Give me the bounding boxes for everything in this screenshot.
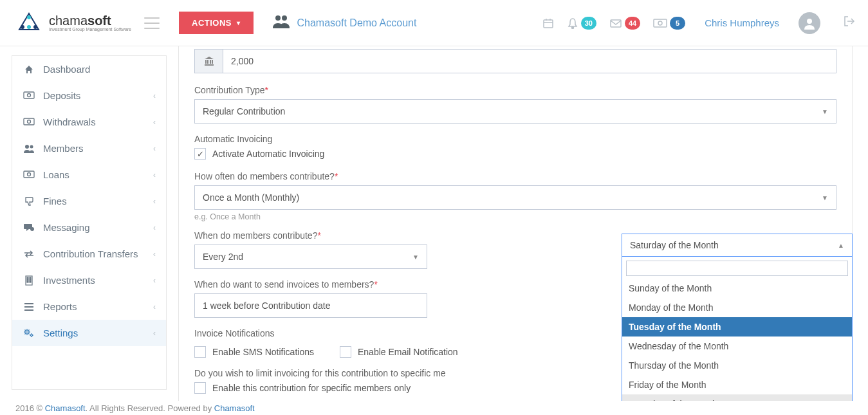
sidebar-item-label: Messaging — [43, 222, 90, 233]
list-icon — [23, 302, 35, 311]
sidebar-item-label: Settings — [43, 327, 78, 338]
sidebar-item-dashboard[interactable]: Dashboard — [12, 56, 166, 82]
username[interactable]: Chris Humphreys — [705, 17, 779, 28]
msg-badge: 44 — [625, 17, 640, 30]
dropdown-option[interactable]: Tuesday of the Month — [622, 317, 852, 337]
dropdown-search-input[interactable] — [626, 261, 848, 276]
auto-invoice-checkbox[interactable]: ✓ — [194, 148, 206, 160]
limit-checkbox[interactable] — [194, 382, 206, 394]
email-notif-checkbox[interactable] — [340, 346, 351, 358]
chevron-left-icon: ‹ — [153, 276, 156, 285]
svg-rect-21 — [24, 171, 34, 178]
home-icon — [23, 64, 35, 75]
svg-rect-25 — [27, 277, 28, 279]
notifications-button[interactable]: 30 — [567, 17, 596, 30]
gears-icon — [23, 328, 35, 338]
footer-powered-link[interactable]: Chamasoft — [214, 403, 255, 413]
footer-brand-link[interactable]: Chamasoft — [45, 403, 86, 413]
chevron-left-icon: ‹ — [153, 171, 156, 180]
menu-toggle[interactable] — [144, 17, 160, 29]
svg-rect-6 — [544, 20, 553, 28]
avatar[interactable] — [799, 12, 820, 34]
actions-button[interactable]: ACTIONS ▾ — [179, 12, 254, 34]
svg-point-34 — [26, 331, 28, 333]
calendar-button[interactable] — [542, 17, 554, 29]
sidebar-item-reports[interactable]: Reports‹ — [12, 293, 166, 320]
svg-rect-26 — [30, 277, 31, 279]
group-name: Chamasoft Demo Account — [297, 17, 417, 29]
dropdown-option[interactable]: Wednesday of the Month — [622, 337, 852, 356]
form-panel: Contribution Type* Regular Contribution … — [178, 46, 853, 401]
dropdown-list[interactable]: Sunday of the MonthMonday of the MonthTu… — [622, 279, 852, 401]
svg-rect-27 — [27, 279, 28, 281]
svg-rect-32 — [24, 306, 33, 308]
sidebar-item-settings[interactable]: Settings‹ — [12, 320, 166, 346]
svg-point-13 — [658, 21, 662, 25]
sidebar-item-deposits[interactable]: Deposits‹ — [12, 82, 166, 109]
chevron-left-icon: ‹ — [153, 144, 156, 153]
sidebar-item-investments[interactable]: Investments‹ — [12, 267, 166, 293]
when-invoice-select[interactable]: 1 week before Contribution date — [194, 293, 427, 318]
svg-rect-17 — [24, 118, 34, 125]
thumbs-down-icon — [23, 196, 35, 207]
when-contribute-day-select[interactable]: Saturday of the Month ▲ — [622, 234, 853, 257]
dropdown-option[interactable]: Sunday of the Month — [622, 279, 852, 298]
svg-point-3 — [27, 25, 31, 29]
svg-rect-15 — [24, 92, 34, 98]
envelope-icon — [609, 17, 622, 29]
dropdown-option[interactable]: Saturday of the Month — [622, 394, 852, 401]
amount-input[interactable] — [223, 49, 836, 73]
sidebar-item-contribution-transfers[interactable]: Contribution Transfers‹ — [12, 241, 166, 267]
dropdown-option[interactable]: Monday of the Month — [622, 298, 852, 317]
money-icon — [23, 171, 35, 180]
contribution-type-select[interactable]: Regular Contribution ▼ — [194, 99, 836, 124]
svg-rect-38 — [210, 60, 211, 64]
money-icon — [23, 91, 35, 100]
svg-rect-37 — [207, 60, 208, 64]
svg-rect-31 — [24, 303, 33, 304]
notif-badge: 30 — [581, 17, 596, 30]
auto-invoice-label: Automatic Invoicing — [194, 134, 836, 144]
contribution-type-label: Contribution Type* — [194, 85, 836, 95]
logout-button[interactable] — [844, 15, 855, 30]
svg-rect-36 — [205, 60, 207, 64]
group-selector[interactable]: Chamasoft Demo Account — [273, 14, 417, 32]
svg-point-10 — [571, 26, 573, 28]
day-dropdown-panel: Sunday of the MonthMonday of the MonthTu… — [622, 256, 853, 401]
sms-notif-label: Enable SMS Notifications — [212, 347, 314, 357]
sidebar-item-fines[interactable]: Fines‹ — [12, 188, 166, 214]
sms-notif-checkbox[interactable] — [194, 346, 206, 358]
svg-rect-29 — [27, 281, 28, 282]
dropdown-option[interactable]: Friday of the Month — [622, 375, 852, 394]
svg-rect-11 — [611, 20, 621, 27]
sidebar-item-members[interactable]: Members‹ — [12, 135, 166, 161]
when-contribute-ordinal-select[interactable]: Every 2nd ▼ — [194, 244, 427, 269]
sidebar-item-withdrawals[interactable]: Withdrawals‹ — [12, 109, 166, 135]
auto-invoice-check-label: Activate Automatic Invoicing — [212, 149, 324, 159]
wallet-button[interactable]: 5 — [653, 17, 685, 30]
exchange-icon — [23, 250, 35, 258]
chat-icon — [23, 223, 35, 233]
money-icon — [23, 118, 35, 127]
chevron-up-icon: ▲ — [838, 242, 844, 249]
svg-point-20 — [30, 145, 33, 148]
logo[interactable]: chamasoft Investment Group Management So… — [13, 10, 131, 36]
svg-point-35 — [31, 334, 33, 336]
email-notif-label: Enable Email Notification — [358, 347, 458, 357]
money-badge: 5 — [670, 17, 685, 30]
sidebar-item-label: Dashboard — [43, 64, 90, 75]
logo-text: chamasoft Investment Group Management So… — [49, 14, 131, 32]
svg-rect-12 — [654, 19, 667, 27]
svg-point-19 — [25, 145, 29, 149]
messages-button[interactable]: 44 — [609, 17, 640, 30]
dropdown-option[interactable]: Thursday of the Month — [622, 356, 852, 375]
svg-rect-40 — [205, 64, 214, 66]
sidebar-item-label: Members — [43, 143, 84, 154]
chevron-down-icon: ▼ — [412, 254, 419, 261]
sidebar-item-loans[interactable]: Loans‹ — [12, 161, 166, 188]
building-icon — [23, 275, 35, 286]
sidebar-item-messaging[interactable]: Messaging‹ — [12, 214, 166, 241]
users-icon — [23, 144, 35, 153]
svg-rect-30 — [30, 281, 31, 282]
how-often-select[interactable]: Once a Month (Monthly) ▼ — [194, 185, 836, 210]
